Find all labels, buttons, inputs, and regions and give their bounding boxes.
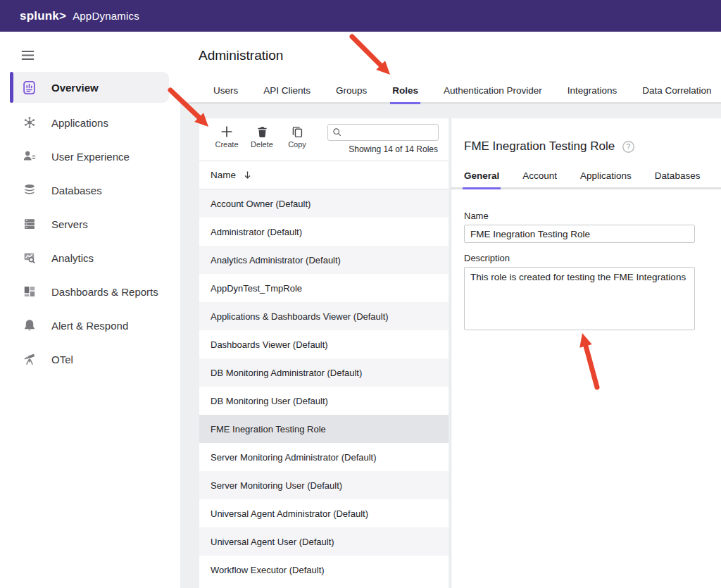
table-row[interactable]: Universal Agent User (Default) [199, 527, 449, 556]
table-row[interactable]: Workflow Executor (Default) [199, 556, 449, 584]
detail-tab-account[interactable]: Account [522, 170, 557, 187]
sidebar-item-label: Dashboards & Reports [51, 286, 158, 298]
table-row[interactable]: Universal Agent Administrator (Default) [199, 499, 449, 527]
showing-count-text: Showing 14 of 14 Roles [349, 144, 439, 154]
copy-button-label: Copy [288, 140, 306, 149]
name-column-header[interactable]: Name [199, 161, 449, 189]
sidebar-item-label: OTel [51, 354, 73, 365]
role-name-text: Account Owner (Default) [211, 199, 311, 209]
sidebar-item-analytics[interactable]: Analytics [0, 241, 180, 275]
overview-icon [21, 80, 37, 95]
sidebar-item-otel[interactable]: OTel [0, 342, 180, 376]
role-name-text: Applications & Dashboards Viewer (Defaul… [211, 311, 389, 322]
role-name-text: Server Monitoring User (Default) [211, 480, 342, 491]
tab-users[interactable]: Users [213, 85, 238, 102]
role-general-form: Name Description This role is created fo… [451, 189, 721, 333]
bell-icon [21, 318, 37, 332]
svg-text:?: ? [627, 143, 631, 151]
delete-button[interactable]: Delete [244, 124, 280, 149]
tab-api-clients[interactable]: API Clients [263, 85, 311, 102]
sidebar-item-alert-respond[interactable]: Alert & Respond [0, 308, 180, 342]
servers-icon [21, 217, 37, 231]
delete-button-label: Delete [251, 140, 273, 149]
sidebar-item-label: Applications [51, 117, 108, 129]
role-name-text: Universal Agent Administrator (Default) [211, 508, 368, 519]
role-name-text: Administrator (Default) [211, 227, 302, 237]
roles-list-panel: Create Delete Copy [199, 118, 449, 588]
table-row[interactable]: Dashboards Viewer (Default) [199, 330, 449, 358]
sidebar: OverviewApplicationsUser ExperienceDatab… [0, 32, 180, 588]
tab-authentication-provider[interactable]: Authentication Provider [444, 85, 542, 102]
splunk-logo: splunk> [20, 9, 66, 23]
role-name-text: Universal Agent User (Default) [211, 537, 334, 547]
sidebar-item-servers[interactable]: Servers [0, 207, 180, 241]
sidebar-item-overview[interactable]: Overview [10, 72, 169, 103]
role-name-text: DB Monitoring Administrator (Default) [211, 368, 362, 378]
table-row[interactable]: AppDynTest_TmpRole [199, 274, 449, 302]
create-button[interactable]: Create [209, 124, 244, 149]
dashboards-icon [21, 284, 37, 299]
search-area: Showing 14 of 14 Roles [327, 124, 439, 154]
page-title: Administration [180, 32, 721, 63]
sidebar-item-label: Analytics [51, 252, 94, 264]
tab-roles[interactable]: Roles [392, 85, 418, 102]
tab-data-correlation[interactable]: Data Correlation [642, 85, 711, 102]
appdynamics-logo-text: AppDynamics [73, 10, 139, 22]
role-name-text: FME Inegration Testing Role [211, 424, 326, 434]
sort-descending-icon[interactable] [242, 170, 253, 180]
role-name-text: Dashboards Viewer (Default) [211, 339, 328, 350]
admin-tab-bar: UsersAPI ClientsGroupsRolesAuthenticatio… [180, 85, 721, 104]
admin-header: Administration UsersAPI ClientsGroupsRol… [180, 32, 721, 104]
table-row[interactable]: Server Monitoring Administrator (Default… [199, 443, 449, 471]
role-name-text: AppDynTest_TmpRole [211, 283, 302, 294]
name-column-label: Name [211, 170, 236, 180]
copy-button[interactable]: Copy [280, 124, 315, 149]
roles-table: Account Owner (Default)Administrator (De… [199, 189, 449, 584]
sidebar-item-label: Alert & Respond [51, 320, 128, 332]
table-row[interactable]: Administrator (Default) [199, 218, 449, 246]
sidebar-item-applications[interactable]: Applications [0, 106, 180, 139]
name-field-label: Name [464, 211, 721, 221]
role-detail-panel: FME Inegration Testing Role ? GeneralAcc… [451, 118, 721, 588]
sidebar-item-dashboards-reports[interactable]: Dashboards & Reports [0, 275, 180, 308]
user-experience-icon [21, 149, 37, 163]
table-row[interactable]: DB Monitoring User (Default) [199, 387, 449, 415]
search-input[interactable] [346, 124, 438, 141]
copy-icon [291, 124, 304, 139]
content-area: Create Delete Copy [180, 104, 721, 588]
role-detail-title: FME Inegration Testing Role [464, 139, 615, 154]
sidebar-item-databases[interactable]: Databases [0, 173, 180, 207]
role-name-text: Analytics Administrator (Default) [211, 255, 341, 265]
telescope-icon [21, 352, 37, 366]
role-name-text: Workflow Executor (Default) [211, 565, 325, 575]
role-description-field[interactable]: This role is created for testing the FME… [464, 267, 695, 330]
table-row[interactable]: DB Monitoring Administrator (Default) [199, 358, 449, 387]
selected-indicator [10, 72, 13, 103]
role-name-text: Server Monitoring Administrator (Default… [211, 452, 377, 463]
table-row[interactable]: Applications & Dashboards Viewer (Defaul… [199, 302, 449, 330]
applications-icon [21, 115, 37, 130]
sidebar-item-label: User Experience [51, 151, 130, 163]
table-row[interactable]: Analytics Administrator (Default) [199, 246, 449, 274]
plus-icon [220, 124, 234, 139]
table-row[interactable]: FME Inegration Testing Role [199, 415, 449, 443]
detail-tab-databases[interactable]: Databases [655, 170, 701, 187]
detail-tab-general[interactable]: General [464, 170, 499, 187]
roles-search-field [327, 124, 439, 141]
tab-integrations[interactable]: Integrations [568, 85, 617, 102]
table-row[interactable]: Account Owner (Default) [199, 189, 449, 218]
help-icon[interactable]: ? [622, 140, 635, 154]
role-name-field[interactable] [464, 225, 695, 243]
sidebar-item-label: Servers [51, 218, 88, 230]
tab-groups[interactable]: Groups [336, 85, 367, 102]
search-icon [332, 127, 342, 137]
table-row[interactable]: Server Monitoring User (Default) [199, 471, 449, 499]
create-button-label: Create [215, 140, 238, 149]
sidebar-item-label: Overview [51, 82, 99, 94]
sidebar-nav: OverviewApplicationsUser ExperienceDatab… [0, 72, 180, 376]
hamburger-menu-icon[interactable] [20, 46, 37, 63]
analytics-icon [21, 251, 37, 265]
detail-tab-applications[interactable]: Applications [580, 170, 632, 187]
sidebar-item-user-experience[interactable]: User Experience [0, 139, 180, 173]
app-window: splunk> AppDynamics OverviewApplications… [0, 0, 721, 588]
